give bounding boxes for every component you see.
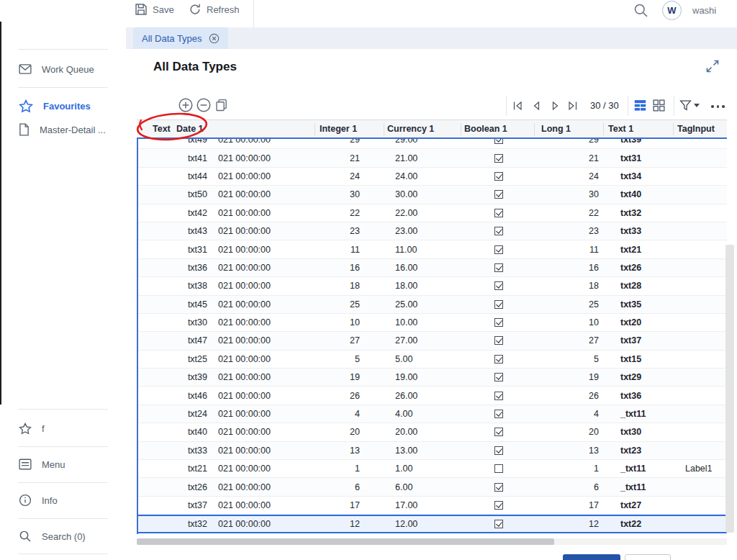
cell-currency1[interactable]: 23.00: [385, 222, 462, 240]
table-row[interactable]: txt45 021 00:00:00 25 25.00 25 txt35: [138, 296, 727, 314]
cell-long1[interactable]: 26: [535, 387, 605, 404]
user-avatar[interactable]: W: [662, 1, 682, 20]
sidebar-item-info[interactable]: Info: [0, 489, 126, 512]
cell-taginput[interactable]: [674, 497, 727, 514]
cell-long1[interactable]: 17: [535, 497, 605, 514]
table-row[interactable]: txt46 021 00:00:00 26 26.00 26 txt36: [138, 387, 727, 405]
table-row[interactable]: txt21 021 00:00:00 1 1.00 1 _txt11 Label…: [138, 460, 727, 478]
cell-date1[interactable]: 021 00:00:00: [214, 277, 316, 294]
table-row[interactable]: txt47 021 00:00:00 27 27.00 27 txt37: [138, 332, 727, 350]
cell-long1[interactable]: 16: [535, 259, 605, 276]
cell-boolean1[interactable]: [462, 405, 535, 423]
table-row[interactable]: txt32 021 00:00:00 12 12.00 12 txt22: [138, 515, 727, 533]
cell-integer1[interactable]: 5: [316, 351, 385, 368]
bottom-primary-button-cutoff[interactable]: [563, 554, 620, 560]
cell-long1[interactable]: 20: [535, 423, 605, 441]
cell-text1[interactable]: txt20: [605, 314, 674, 331]
horizontal-scrollbar-thumb[interactable]: [137, 538, 554, 545]
cell-integer1[interactable]: 16: [316, 259, 385, 276]
cell-long1[interactable]: 11: [535, 240, 605, 258]
cell-text[interactable]: txt43: [138, 222, 214, 240]
cell-long1[interactable]: 29: [535, 137, 605, 148]
cell-text[interactable]: txt37: [138, 497, 214, 514]
cell-long1[interactable]: 30: [535, 186, 605, 203]
remove-row-button[interactable]: [196, 98, 211, 112]
add-row-button[interactable]: [178, 98, 193, 112]
cell-text1[interactable]: txt15: [605, 351, 674, 368]
column-header-date1[interactable]: Date 1: [176, 124, 204, 134]
column-header-text1[interactable]: Text 1: [608, 124, 633, 134]
cell-integer1[interactable]: 12: [316, 516, 385, 531]
column-header-currency1[interactable]: Currency 1: [387, 124, 434, 134]
save-button[interactable]: Save: [135, 3, 174, 16]
table-row[interactable]: txt40 021 00:00:00 20 20.00 20 txt30: [138, 423, 727, 441]
sidebar-item-work-queue[interactable]: Work Queue: [0, 58, 126, 81]
cell-integer1[interactable]: 19: [316, 369, 385, 386]
global-search-button[interactable]: [633, 3, 648, 18]
cell-integer1[interactable]: 10: [316, 314, 385, 331]
cell-taginput[interactable]: [674, 405, 727, 423]
cell-long1[interactable]: 6: [535, 478, 605, 495]
cell-text1[interactable]: txt30: [605, 423, 674, 441]
card-view-button[interactable]: [652, 99, 666, 112]
cell-date1[interactable]: 021 00:00:00: [214, 222, 316, 240]
cell-date1[interactable]: 021 00:00:00: [214, 149, 316, 166]
cell-taginput[interactable]: [674, 387, 727, 404]
cell-integer1[interactable]: 27: [316, 332, 385, 349]
cell-text[interactable]: txt41: [138, 149, 214, 166]
next-page-button[interactable]: [549, 100, 561, 112]
column-header-long1[interactable]: Long 1: [541, 124, 571, 134]
cell-date1[interactable]: 021 00:00:00: [214, 478, 316, 495]
cell-currency1[interactable]: 13.00: [385, 442, 462, 459]
cell-text1[interactable]: txt28: [605, 277, 674, 294]
cell-long1[interactable]: 18: [535, 277, 605, 294]
cell-taginput[interactable]: [674, 369, 727, 386]
vertical-scrollbar-thumb[interactable]: [725, 245, 734, 533]
sidebar-item-f[interactable]: f: [0, 417, 126, 440]
cell-integer1[interactable]: 1: [316, 460, 385, 477]
cell-date1[interactable]: 021 00:00:00: [214, 204, 316, 222]
cell-taginput[interactable]: [674, 186, 727, 203]
cell-text1[interactable]: txt22: [605, 516, 674, 531]
cell-date1[interactable]: 021 00:00:00: [214, 442, 316, 459]
cell-text[interactable]: txt39: [138, 369, 214, 386]
cell-boolean1[interactable]: [462, 204, 535, 222]
cell-taginput[interactable]: [674, 222, 727, 240]
cell-text1[interactable]: _txt11: [605, 405, 674, 423]
cell-text[interactable]: txt30: [138, 314, 214, 331]
cell-text1[interactable]: txt33: [605, 222, 674, 240]
cell-taginput[interactable]: [674, 277, 727, 294]
cell-long1[interactable]: 19: [535, 369, 605, 386]
column-header-integer1[interactable]: Integer 1: [320, 124, 357, 134]
cell-text1[interactable]: txt21: [605, 240, 674, 258]
cell-boolean1[interactable]: [462, 240, 535, 258]
table-row[interactable]: txt24 021 00:00:00 4 4.00 4 _txt11: [138, 405, 727, 423]
cell-long1[interactable]: 27: [535, 332, 605, 349]
cell-text[interactable]: txt42: [138, 204, 214, 222]
cell-taginput[interactable]: [674, 442, 727, 459]
list-view-button[interactable]: [633, 99, 647, 112]
cell-long1[interactable]: 4: [535, 405, 605, 423]
cell-taginput[interactable]: [674, 516, 727, 531]
first-page-button[interactable]: [512, 100, 524, 112]
cell-long1[interactable]: 5: [535, 351, 605, 368]
cell-text1[interactable]: txt40: [605, 186, 674, 203]
cell-date1[interactable]: 021 00:00:00: [214, 497, 316, 514]
cell-boolean1[interactable]: [462, 516, 535, 531]
copy-row-button[interactable]: [215, 99, 228, 112]
cell-text[interactable]: txt32: [138, 516, 214, 531]
cell-boolean1[interactable]: [462, 442, 535, 459]
cell-boolean1[interactable]: [462, 296, 535, 313]
cell-boolean1[interactable]: [462, 168, 535, 185]
cell-integer1[interactable]: 4: [316, 405, 385, 423]
cell-taginput[interactable]: [674, 478, 727, 495]
cell-date1[interactable]: 021 00:00:00: [214, 405, 316, 423]
column-header-taginput[interactable]: TagInput: [677, 124, 715, 134]
cell-currency1[interactable]: 29.00: [385, 137, 462, 148]
table-row[interactable]: txt39 021 00:00:00 19 19.00 19 txt29: [138, 369, 727, 387]
cell-integer1[interactable]: 17: [316, 497, 385, 514]
filter-button[interactable]: [679, 99, 692, 112]
cell-text[interactable]: txt33: [138, 442, 214, 459]
table-row[interactable]: txt49 021 00:00:00 29 29.00 29 txt39: [138, 137, 727, 149]
cell-date1[interactable]: 021 00:00:00: [214, 516, 316, 531]
